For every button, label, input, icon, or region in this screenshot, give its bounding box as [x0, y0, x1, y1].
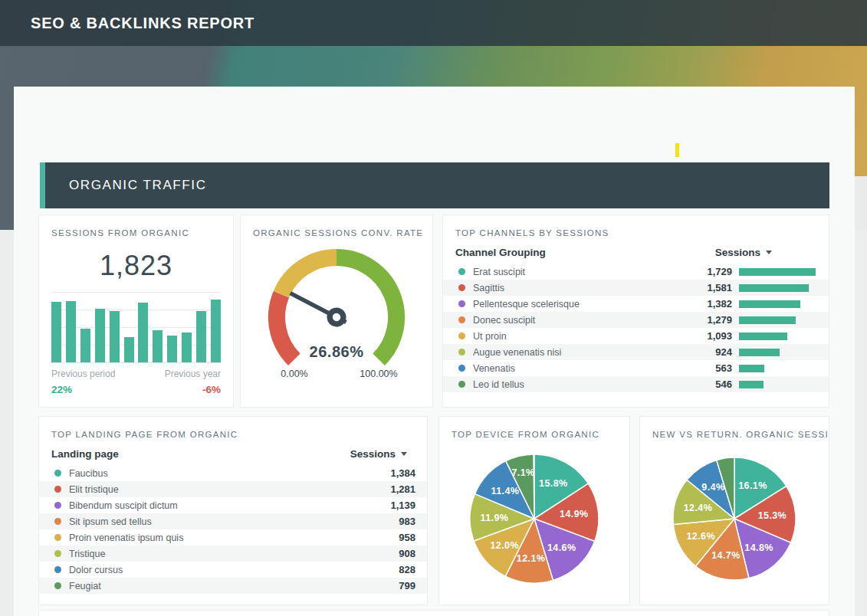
series-color-dot — [54, 470, 61, 477]
series-color-dot — [458, 300, 465, 307]
bar — [80, 329, 90, 362]
previous-year-label: Previous year — [165, 369, 221, 379]
metric-value: 1,823 — [39, 250, 233, 282]
section-accent-bar — [40, 162, 45, 208]
card-conversion-rate: ORGANIC SESSIONS CONV. RATE 26.86% 0.00%… — [240, 215, 433, 408]
row-value: 1,729 — [692, 266, 732, 277]
column-header-sessions-sort[interactable]: Sessions — [715, 247, 772, 258]
gauge-arc-red — [277, 294, 294, 359]
new-vs-returning-pie-chart: 16.1%15.3%14.8%14.7%12.6%12.4%9.4% — [640, 451, 829, 586]
section-header-bar: ORGANIC TRAFFIC — [40, 162, 829, 208]
pie-slice-label: 11.9% — [481, 513, 509, 523]
previous-period-value: 22% — [51, 384, 115, 395]
row-label: Proin venenatis ipsum quis — [69, 532, 399, 543]
series-color-dot — [54, 518, 61, 525]
table-row: Augue venenatis nisi924 — [443, 344, 829, 360]
chevron-down-icon — [766, 251, 772, 254]
row-value: 546 — [692, 378, 732, 390]
bar — [153, 330, 163, 362]
table-row: Leo id tellus546 — [443, 376, 829, 392]
pie-slice-label: 12.4% — [684, 503, 712, 513]
table-row: Venenatis563 — [443, 360, 829, 376]
bar — [196, 311, 206, 362]
series-color-dot — [458, 268, 465, 275]
table-row: Pellentesque scelerisque1,382 — [443, 296, 829, 312]
previous-year-value: -6% — [165, 384, 221, 395]
gauge-arc-yellow — [281, 257, 337, 294]
bar — [124, 337, 134, 362]
row-value: 1,382 — [692, 298, 732, 310]
row-value: 1,581 — [692, 282, 732, 293]
row-value: 563 — [692, 362, 732, 374]
bar-series — [51, 292, 221, 362]
card-title: NEW VS RETURN. ORGANIC SESSIO — [640, 417, 829, 439]
table-row: Faucibus1,384 — [39, 465, 427, 481]
row-value: 958 — [399, 532, 415, 543]
row-bar-track — [739, 316, 816, 324]
card-top-channels: TOP CHANNELS BY SESSIONS Channel Groupin… — [442, 215, 829, 408]
column-header-landing-page: Landing page — [51, 448, 119, 460]
card-top-landing-pages: TOP LANDING PAGE FROM ORGANIC Landing pa… — [38, 416, 428, 605]
pie-slice-label: 9.4% — [701, 482, 724, 493]
gauge-max-label: 100.00% — [360, 369, 397, 379]
row-bar-track — [739, 349, 816, 356]
card-title: TOP DEVICE FROM ORGANIC — [439, 417, 629, 439]
gauge-svg: 26.86% 0.00% 100.00% — [256, 248, 417, 394]
row-bar-track — [739, 333, 816, 340]
gauge-needle — [286, 284, 350, 330]
pie-slice-label: 12.6% — [686, 531, 714, 542]
device-pie-chart: 15.8%14.9%14.6%12.1%12.0%11.9%11.4%7.1% — [439, 451, 629, 586]
gauge-value: 26.86% — [310, 343, 364, 360]
next-card-row-sliver — [38, 610, 829, 616]
table-row: Tristique908 — [39, 546, 427, 562]
report-page: ORGANIC TRAFFIC SESSIONS FROM ORGANIC 1,… — [14, 87, 855, 616]
pie-slice-label: 15.8% — [539, 478, 567, 489]
text-cursor — [675, 143, 679, 157]
row-value: 1,384 — [390, 467, 415, 479]
table-row: Sagittis1,581 — [443, 280, 829, 296]
report-title: SEO & BACKLINKS REPORT — [31, 15, 255, 32]
column-header-sessions-label: Sessions — [350, 448, 396, 460]
row-label: Donec suscipit — [473, 315, 692, 326]
bar — [66, 301, 76, 362]
series-color-dot — [458, 381, 465, 388]
table-row: Sit ipsum sed tellus983 — [39, 513, 427, 529]
row-value: 1,281 — [390, 483, 415, 495]
row-label: Bibendum suscipit dictum — [69, 500, 390, 511]
bar — [110, 311, 120, 362]
column-header-sessions-label: Sessions — [715, 247, 760, 258]
bar — [182, 333, 192, 362]
pie-slice-label: 11.4% — [491, 486, 520, 496]
row-bar — [739, 316, 796, 324]
row-label: Sagittis — [473, 283, 692, 293]
card-title: TOP CHANNELS BY SESSIONS — [443, 215, 829, 238]
card-title: TOP LANDING PAGE FROM ORGANIC — [39, 417, 427, 439]
row-label: Leo id tellus — [473, 379, 692, 390]
channels-table-body: Erat suscipit1,729Sagittis1,581Pellentes… — [443, 264, 829, 392]
table-header: Channel Grouping Sessions — [443, 244, 829, 260]
bar — [95, 309, 105, 362]
pie-slice-label: 14.7% — [711, 550, 740, 561]
pie-slice-label: 7.1% — [511, 467, 534, 478]
row-label: Elit tristique — [69, 484, 390, 495]
previous-period-label: Previous period — [51, 369, 115, 379]
table-header: Landing page Sessions — [39, 446, 427, 461]
pie-slice-label: 14.8% — [744, 542, 773, 553]
bar — [211, 300, 221, 362]
row-bar — [739, 300, 800, 308]
series-color-dot — [458, 349, 465, 356]
series-color-dot — [54, 534, 61, 541]
column-header-sessions-sort[interactable]: Sessions — [350, 448, 407, 460]
row-bar-track — [739, 381, 816, 388]
row-bar — [739, 333, 787, 340]
pie-slice-label: 14.9% — [560, 509, 588, 519]
pie-svg: 16.1%15.3%14.8%14.7%12.6%12.4%9.4% — [667, 451, 802, 586]
app-header: SEO & BACKLINKS REPORT — [0, 0, 867, 46]
series-color-dot — [54, 582, 61, 589]
pie-slice-label: 15.3% — [758, 510, 787, 521]
previous-period: Previous period 22% — [51, 369, 115, 395]
table-row: Ut proin1,093 — [443, 328, 829, 344]
row-value: 828 — [399, 564, 415, 575]
sessions-bar-chart — [51, 292, 221, 363]
row-label: Feugiat — [69, 581, 399, 591]
